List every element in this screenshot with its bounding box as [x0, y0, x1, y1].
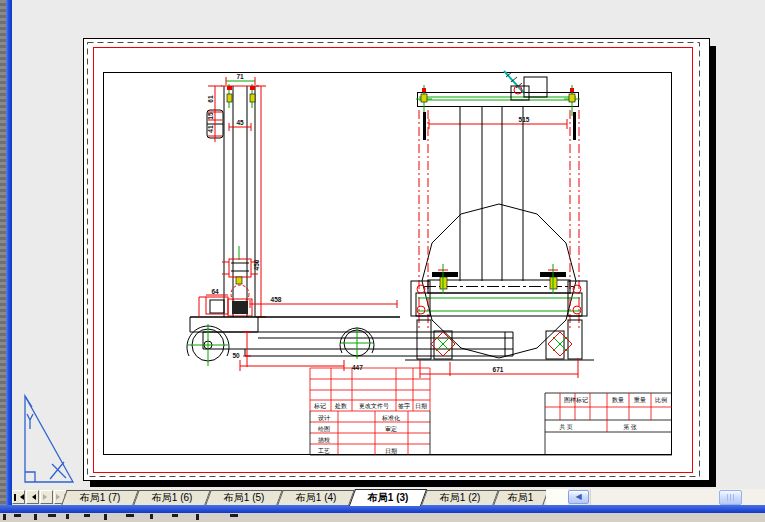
tab-layout1-2[interactable]: 布局1 (2): [421, 490, 498, 505]
title-cell: 签字: [398, 402, 410, 409]
tab-layout1-6[interactable]: 布局1 (6): [133, 490, 210, 505]
window-border-bottom: [0, 505, 765, 513]
cad-layout-window: 71 45 61 15 41 450 64 458 50 447 515 671…: [0, 0, 765, 522]
previous-tab-button[interactable]: [26, 490, 39, 504]
drawing-viewport: 71 45 61 15 41 450 64 458 50 447 515 671…: [0, 0, 765, 490]
tab-label: 布局1 (7): [80, 491, 121, 505]
title-cell: 标准化: [381, 415, 400, 422]
title-cell: 比例: [655, 397, 667, 404]
tab-layout1-4[interactable]: 布局1 (4): [277, 490, 354, 505]
dimension-label: 61: [207, 95, 214, 103]
title-cell: 工艺: [318, 447, 330, 454]
horizontal-scrollbar-thumb[interactable]: [719, 490, 742, 505]
title-cell: 审定: [385, 425, 397, 433]
tab-area-end: [546, 489, 568, 505]
title-cell: 设计: [318, 414, 330, 421]
tab-label: 布局1 (3): [368, 491, 409, 505]
title-cell: 日期: [415, 403, 427, 410]
tab-layout1-3[interactable]: 布局1 (3): [349, 489, 427, 506]
title-cell: 数量: [612, 397, 624, 403]
tab-layout1-5[interactable]: 布局1 (5): [205, 490, 282, 505]
title-cell: 共 页: [559, 424, 573, 430]
title-cell: 更改文件号: [359, 402, 389, 409]
dimension-label: 64: [211, 288, 219, 295]
dimension-label: 671: [493, 366, 504, 373]
dimension-label: 45: [236, 119, 244, 126]
scroll-left-icon: ◀: [575, 492, 581, 501]
title-cell: 日期: [385, 448, 397, 455]
dimension-label: 50: [232, 352, 240, 359]
dimension-label: 41: [207, 125, 214, 133]
title-cell: 标记: [313, 402, 326, 410]
tab-label: 布局1 (2): [440, 491, 481, 505]
tab-label: 布局1 (6): [152, 491, 193, 505]
dimension-label: 515: [519, 116, 530, 123]
tab-label: 布局1 (5): [224, 491, 265, 505]
first-tab-button[interactable]: [12, 490, 25, 504]
layout-tabstrip: 布局1 (7) 布局1 (6) 布局1 (5) 布局1 (4) 布局1 (3) …: [12, 489, 765, 505]
title-cell: 绘图: [318, 426, 330, 433]
dimension-label: 447: [352, 364, 363, 371]
dimension-label: 15: [207, 112, 214, 120]
title-cell: 处数: [334, 402, 347, 410]
dimension-label: 458: [271, 296, 282, 303]
title-cell: 图样标记: [564, 396, 588, 404]
horizontal-scrollbar-track[interactable]: [590, 489, 765, 505]
next-tab-button[interactable]: [40, 490, 53, 504]
window-border-left: [6, 0, 12, 513]
tab-label: 布局1 (4): [296, 491, 337, 505]
tab-label: 布局1: [508, 491, 534, 505]
dimension-label: 71: [236, 73, 244, 80]
ucs-icon: [25, 396, 73, 482]
clipped-commandline-text: [0, 513, 765, 522]
tab-layout1[interactable]: 布局1: [493, 490, 548, 505]
title-cell: 重量: [633, 396, 646, 403]
tab-layout1-7[interactable]: 布局1 (7): [61, 490, 138, 505]
scroll-left-button[interactable]: ◀: [568, 490, 589, 504]
scrollbar-grip-icon: [727, 494, 735, 501]
dimension-label: 450: [253, 259, 260, 270]
title-cell: 第 张: [623, 424, 637, 431]
title-cell: 描校: [318, 437, 330, 444]
